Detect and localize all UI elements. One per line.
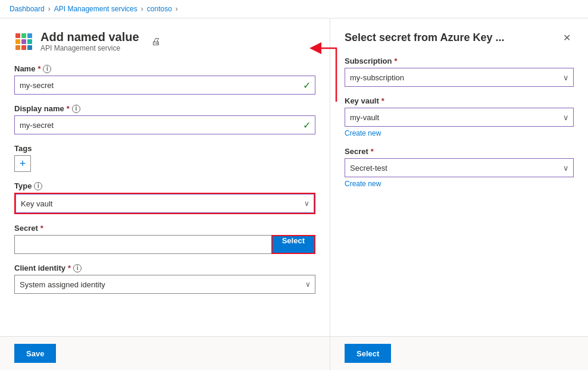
breadcrumb: Dashboard › API Management services › co…: [0, 0, 588, 18]
type-field-group: Type i Plain Secret Key vault ∨: [14, 181, 315, 214]
display-name-label: Display name * i: [14, 104, 315, 113]
right-secret-label: Secret *: [345, 147, 574, 156]
key-vault-create-new-link[interactable]: Create new: [345, 129, 574, 137]
footer: Save Select: [0, 336, 588, 370]
client-identity-select-wrapper: System assigned identity User assigned i…: [14, 275, 315, 294]
client-identity-required: *: [68, 264, 71, 272]
panel-header: Select secret from Azure Key ... ✕: [345, 30, 574, 45]
secret-required: *: [40, 224, 43, 233]
subscription-label: Subscription *: [345, 57, 574, 65]
panel-title: Select secret from Azure Key ...: [345, 32, 504, 44]
type-select-wrapper: Plain Secret Key vault ∨: [15, 194, 314, 213]
type-field-highlight: Plain Secret Key vault ∨: [14, 193, 315, 214]
breadcrumb-dashboard[interactable]: Dashboard: [10, 5, 45, 13]
key-vault-field-group: Key vault * my-vault ∨ Create new: [345, 96, 574, 137]
display-name-field-group: Display name * i ✓: [14, 104, 315, 134]
add-tag-button[interactable]: +: [14, 155, 31, 172]
select-btn-highlight: Select: [271, 235, 315, 254]
display-name-required: *: [67, 104, 70, 113]
page-title: Add named value: [40, 30, 139, 44]
right-panel: Select secret from Azure Key ... ✕ Subsc…: [330, 18, 588, 336]
close-button[interactable]: ✕: [559, 30, 574, 45]
key-vault-select[interactable]: my-vault: [345, 108, 574, 127]
name-check-mark: ✓: [303, 80, 311, 91]
footer-right: Select: [330, 337, 588, 370]
name-required: *: [37, 64, 40, 73]
client-identity-info-icon[interactable]: i: [73, 264, 82, 272]
tags-field-group: Tags +: [14, 144, 315, 172]
api-management-icon: [15, 33, 32, 50]
secret-create-new-link[interactable]: Create new: [345, 180, 574, 188]
subscription-field-group: Subscription * my-subscription ∨: [345, 57, 574, 87]
secret-input[interactable]: [14, 235, 271, 254]
display-name-check-mark: ✓: [303, 120, 311, 131]
secret-label: Secret *: [14, 224, 315, 233]
subscription-required: *: [394, 57, 397, 65]
right-secret-select[interactable]: Secret-test: [345, 158, 574, 177]
right-secret-field-group: Secret * Secret-test ∨ Create new: [345, 147, 574, 188]
display-name-input-wrapper: ✓: [14, 115, 315, 134]
secret-row: Select: [14, 235, 315, 254]
client-identity-select[interactable]: System assigned identity User assigned i…: [14, 275, 315, 294]
type-info-icon[interactable]: i: [34, 182, 42, 190]
secret-select-button[interactable]: Select: [273, 236, 314, 253]
right-secret-select-wrapper: Secret-test ∨: [345, 158, 574, 177]
tags-label: Tags: [14, 144, 315, 153]
type-label: Type i: [14, 181, 315, 190]
name-input-wrapper: ✓: [14, 76, 315, 95]
client-identity-field-group: Client identity * i System assigned iden…: [14, 264, 315, 294]
page-title-block: Add named value API Management service: [40, 30, 139, 52]
panel-select-button[interactable]: Select: [345, 344, 391, 363]
key-vault-select-wrapper: my-vault ∨: [345, 108, 574, 127]
breadcrumb-contoso[interactable]: contoso: [147, 5, 172, 13]
right-secret-required: *: [371, 147, 374, 156]
key-vault-required: *: [381, 96, 384, 105]
name-field-group: Name * i ✓: [14, 64, 315, 95]
subscription-select[interactable]: my-subscription: [345, 68, 574, 87]
footer-left: Save: [0, 337, 330, 370]
type-select[interactable]: Plain Secret Key vault: [15, 194, 314, 213]
page-header: Add named value API Management service 🖨: [14, 30, 315, 52]
page-subtitle: API Management service: [40, 44, 139, 52]
display-name-input[interactable]: [14, 115, 315, 134]
secret-field-group: Secret * Select: [14, 224, 315, 254]
name-info-icon[interactable]: i: [43, 65, 51, 73]
key-vault-label: Key vault *: [345, 96, 574, 105]
breadcrumb-api-management[interactable]: API Management services: [54, 5, 137, 13]
subscription-select-wrapper: my-subscription ∨: [345, 68, 574, 87]
display-name-info-icon[interactable]: i: [72, 105, 80, 113]
print-icon[interactable]: 🖨: [151, 36, 161, 47]
page-icon: [14, 32, 33, 51]
client-identity-label: Client identity * i: [14, 264, 315, 272]
left-panel: Add named value API Management service 🖨…: [0, 18, 330, 336]
name-input[interactable]: [14, 76, 315, 95]
save-button[interactable]: Save: [14, 344, 56, 363]
name-label: Name * i: [14, 64, 315, 73]
